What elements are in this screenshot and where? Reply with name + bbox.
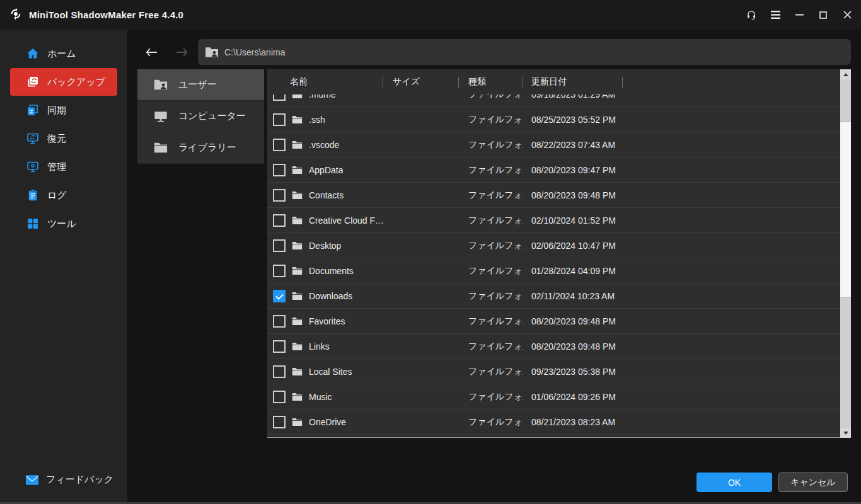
file-type: ファイルフォルダ [459, 190, 523, 201]
close-button[interactable] [842, 10, 852, 20]
file-type: ファイルフォルダ [459, 316, 523, 327]
mail-icon [25, 474, 39, 486]
file-type: ファイルフォルダ [459, 94, 523, 100]
menu-button[interactable] [770, 10, 780, 20]
location-label: ユーザー [178, 79, 217, 91]
home-icon [26, 47, 39, 60]
user-folder-icon [154, 79, 168, 91]
file-row[interactable]: .mumeファイルフォルダ09/18/2023 01:29 AM [267, 94, 851, 107]
file-type: ファイルフォルダ [459, 416, 523, 428]
forward-button[interactable] [174, 45, 189, 60]
title-bar: MiniTool ShadowMaker Free 4.4.0 [0, 0, 861, 30]
main-area: C:\Users\anima ユーザーコンピューターライブラリー 名前 サイズ … [127, 30, 861, 502]
file-row[interactable]: Favoritesファイルフォルダ08/20/2023 09:48 PM [267, 309, 851, 334]
file-row[interactable]: Local Sitesファイルフォルダ09/23/2023 05:38 PM [267, 359, 851, 384]
file-row[interactable]: Downloadsファイルフォルダ02/11/2024 10:23 AM [267, 284, 851, 309]
sidebar-item-log[interactable]: ログ [10, 181, 117, 209]
row-checkbox[interactable] [273, 214, 286, 227]
file-name: Music [309, 392, 332, 402]
file-date: 02/06/2024 10:47 PM [523, 241, 623, 251]
row-checkbox[interactable] [273, 139, 286, 151]
row-checkbox[interactable] [273, 340, 286, 353]
file-row[interactable]: .sshファイルフォルダ08/25/2023 05:52 PM [267, 107, 851, 132]
sidebar-item-sync[interactable]: 同期 [10, 96, 117, 124]
sidebar-item-backup[interactable]: バックアップ [10, 68, 117, 96]
file-row[interactable]: Linksファイルフォルダ08/20/2023 09:48 PM [267, 334, 851, 359]
file-name: .vscode [309, 140, 339, 150]
row-checkbox[interactable] [273, 189, 286, 202]
folder-icon [292, 115, 303, 124]
file-type: ファイルフォルダ [459, 290, 523, 302]
file-row[interactable]: Contactsファイルフォルダ08/20/2023 09:48 PM [267, 183, 851, 208]
file-name: .mume [309, 94, 336, 100]
scroll-up-button[interactable] [840, 69, 851, 79]
list-header: 名前 サイズ 種類 更新日付 [267, 69, 851, 94]
sidebar-item-manage[interactable]: 管理 [10, 153, 117, 181]
scroll-down-button[interactable] [840, 428, 851, 438]
folder-icon [292, 94, 303, 99]
rows-viewport: .mumeファイルフォルダ09/18/2023 01:29 AM.sshファイル… [267, 94, 851, 437]
app-window: MiniTool ShadowMaker Free 4.4.0 [0, 0, 861, 504]
sidebar-item-label: 復元 [47, 133, 66, 145]
sync-icon [26, 104, 39, 117]
file-name: Contacts [309, 190, 344, 200]
file-row[interactable]: Musicファイルフォルダ01/06/2024 09:26 PM [267, 384, 851, 410]
path-bar[interactable]: C:\Users\anima [198, 39, 851, 65]
row-checkbox[interactable] [273, 94, 286, 101]
row-checkbox[interactable] [273, 391, 286, 403]
sidebar-item-label: 同期 [47, 105, 66, 117]
folder-icon [292, 241, 303, 250]
folder-icon [292, 342, 303, 351]
back-button[interactable] [144, 45, 159, 60]
file-name: Creative Cloud F… [309, 215, 383, 226]
row-checkbox[interactable] [273, 315, 286, 328]
column-header-type[interactable]: 種類 [459, 69, 523, 94]
headset-icon [746, 9, 756, 20]
minimize-icon [795, 14, 804, 16]
folder-icon [292, 392, 303, 401]
maximize-button[interactable] [818, 10, 828, 20]
row-checkbox[interactable] [273, 290, 286, 302]
column-header-name[interactable]: 名前 [267, 69, 383, 94]
restore-icon [26, 132, 39, 145]
row-checkbox[interactable] [273, 265, 286, 277]
row-checkbox[interactable] [273, 113, 286, 126]
ok-button[interactable]: OK [696, 472, 772, 492]
sidebar-item-label: バックアップ [47, 76, 105, 88]
sidebar-item-home[interactable]: ホーム [10, 40, 117, 67]
folder-icon [292, 317, 303, 326]
folder-icon [292, 418, 303, 427]
folder-icon [292, 140, 303, 149]
folder-icon [292, 166, 303, 175]
scroll-thumb[interactable] [840, 122, 851, 298]
row-checkbox[interactable] [273, 239, 286, 252]
sidebar: ホームバックアップ同期復元管理ログツール フィードバック [0, 30, 127, 502]
feedback-button[interactable]: フィードバック [25, 474, 113, 486]
file-row[interactable]: Creative Cloud F…ファイルフォルダ02/10/2024 01:5… [267, 208, 851, 233]
support-button[interactable] [746, 10, 756, 20]
file-row[interactable]: .vscodeファイルフォルダ08/22/2023 07:43 AM [267, 132, 851, 158]
file-date: 08/20/2023 09:48 PM [523, 341, 623, 352]
column-header-size[interactable]: サイズ [383, 69, 459, 94]
location-item-users[interactable]: ユーザー [137, 69, 264, 101]
row-checkbox[interactable] [273, 416, 286, 428]
column-header-date[interactable]: 更新日付 [523, 69, 623, 94]
file-date: 09/18/2023 01:29 AM [523, 94, 623, 100]
file-name: OneDrive [309, 417, 346, 427]
cancel-button[interactable]: キャンセル [778, 472, 848, 492]
location-item-computer[interactable]: コンピューター [137, 101, 264, 132]
file-row[interactable]: OneDriveファイルフォルダ08/21/2023 08:23 AM [267, 410, 851, 435]
row-checkbox[interactable] [273, 164, 286, 176]
folder-icon [292, 191, 303, 200]
scrollbar[interactable] [840, 69, 851, 438]
sidebar-item-tools[interactable]: ツール [10, 210, 117, 238]
location-item-libraries[interactable]: ライブラリー [137, 132, 264, 164]
sidebar-item-restore[interactable]: 復元 [10, 125, 117, 152]
minimize-button[interactable] [794, 10, 804, 20]
row-checkbox[interactable] [273, 365, 286, 378]
file-type: ファイルフォルダ [459, 366, 523, 377]
arrow-right-icon [176, 49, 187, 56]
file-row[interactable]: Documentsファイルフォルダ01/28/2024 04:09 PM [267, 258, 851, 284]
file-row[interactable]: Desktopファイルフォルダ02/06/2024 10:47 PM [267, 233, 851, 258]
file-row[interactable]: AppDataファイルフォルダ08/20/2023 09:47 PM [267, 158, 851, 183]
